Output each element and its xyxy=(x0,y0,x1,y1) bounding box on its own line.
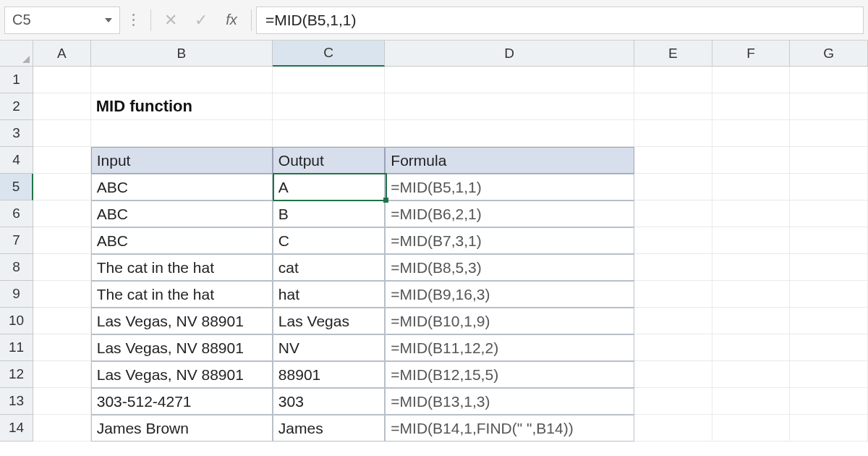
cell[interactable] xyxy=(712,93,791,120)
cell[interactable] xyxy=(634,200,712,227)
table-cell-output[interactable]: B xyxy=(273,200,385,227)
col-head-e[interactable]: E xyxy=(634,41,712,67)
enter-icon[interactable]: ✓ xyxy=(186,7,216,34)
cell[interactable] xyxy=(634,67,712,93)
table-cell-formula[interactable]: =MID(B12,15,5) xyxy=(385,361,634,388)
cell[interactable] xyxy=(33,200,91,227)
cell[interactable] xyxy=(634,415,712,442)
cell[interactable] xyxy=(634,308,712,334)
table-cell-input[interactable]: 303-512-4271 xyxy=(91,388,273,415)
cell[interactable] xyxy=(91,120,273,147)
col-head-c[interactable]: C xyxy=(273,41,385,67)
cell[interactable] xyxy=(712,415,791,442)
table-cell-output[interactable]: NV xyxy=(273,334,385,361)
cell[interactable] xyxy=(790,120,868,147)
cell[interactable] xyxy=(33,174,91,200)
table-header-formula[interactable]: Formula xyxy=(385,147,634,174)
cell[interactable] xyxy=(33,93,91,120)
row-head-4[interactable]: 4 xyxy=(0,147,33,174)
cell[interactable] xyxy=(33,415,91,442)
page-title[interactable]: MID function xyxy=(91,93,273,120)
table-cell-input[interactable]: The cat in the hat xyxy=(91,254,273,281)
cell[interactable] xyxy=(634,174,712,200)
cell[interactable] xyxy=(790,254,868,281)
table-cell-formula[interactable]: =MID(B10,1,9) xyxy=(385,308,634,334)
cell[interactable] xyxy=(790,67,868,93)
cell[interactable] xyxy=(790,308,868,334)
table-cell-output[interactable]: hat xyxy=(273,281,385,308)
cell[interactable] xyxy=(634,147,712,174)
table-cell-output[interactable]: cat xyxy=(273,254,385,281)
table-cell-formula[interactable]: =MID(B9,16,3) xyxy=(385,281,634,308)
cell[interactable] xyxy=(712,174,791,200)
table-cell-output[interactable]: A xyxy=(273,174,385,200)
name-box[interactable]: C5 xyxy=(4,7,120,34)
cell[interactable] xyxy=(712,120,791,147)
cell[interactable] xyxy=(33,388,91,415)
table-cell-output[interactable]: 88901 xyxy=(273,361,385,388)
cell[interactable] xyxy=(712,281,791,308)
row-head-2[interactable]: 2 xyxy=(0,93,33,120)
row-head-5[interactable]: 5 xyxy=(0,174,33,200)
cell[interactable] xyxy=(712,334,791,361)
cell[interactable] xyxy=(712,147,791,174)
row-head-8[interactable]: 8 xyxy=(0,254,33,281)
formula-input[interactable]: =MID(B5,1,1) xyxy=(256,7,864,34)
cell[interactable] xyxy=(634,254,712,281)
cell[interactable] xyxy=(91,67,273,93)
cell[interactable] xyxy=(273,120,385,147)
formula-bar-menu-icon[interactable] xyxy=(126,14,140,26)
cell[interactable] xyxy=(634,227,712,254)
table-cell-input[interactable]: Las Vegas, NV 88901 xyxy=(91,308,273,334)
col-head-f[interactable]: F xyxy=(712,41,791,67)
row-head-12[interactable]: 12 xyxy=(0,361,33,388)
cell[interactable] xyxy=(33,334,91,361)
cell[interactable] xyxy=(712,67,791,93)
cell[interactable] xyxy=(790,281,868,308)
table-cell-input[interactable]: ABC xyxy=(91,227,273,254)
table-cell-output[interactable]: 303 xyxy=(273,388,385,415)
row-head-7[interactable]: 7 xyxy=(0,227,33,254)
table-cell-input[interactable]: Las Vegas, NV 88901 xyxy=(91,361,273,388)
cell[interactable] xyxy=(790,361,868,388)
cell[interactable] xyxy=(790,174,868,200)
cell[interactable] xyxy=(790,334,868,361)
table-cell-formula[interactable]: =MID(B11,12,2) xyxy=(385,334,634,361)
cell[interactable] xyxy=(712,254,791,281)
cell[interactable] xyxy=(385,93,634,120)
cell[interactable] xyxy=(33,147,91,174)
table-cell-formula[interactable]: =MID(B13,1,3) xyxy=(385,388,634,415)
table-cell-formula[interactable]: =MID(B14,1,FIND(" ",B14)) xyxy=(385,415,634,442)
row-head-6[interactable]: 6 xyxy=(0,200,33,227)
row-head-9[interactable]: 9 xyxy=(0,281,33,308)
table-cell-output[interactable]: Las Vegas xyxy=(273,308,385,334)
cell[interactable] xyxy=(634,120,712,147)
cell[interactable] xyxy=(33,361,91,388)
table-cell-formula[interactable]: =MID(B8,5,3) xyxy=(385,254,634,281)
cell[interactable] xyxy=(634,93,712,120)
table-cell-formula[interactable]: =MID(B6,2,1) xyxy=(385,200,634,227)
cell[interactable] xyxy=(790,227,868,254)
cancel-icon[interactable]: ✕ xyxy=(156,7,186,34)
col-head-a[interactable]: A xyxy=(33,41,91,67)
cell[interactable] xyxy=(634,361,712,388)
cell[interactable] xyxy=(790,93,868,120)
cell[interactable] xyxy=(712,308,791,334)
cell[interactable] xyxy=(712,388,791,415)
cell[interactable] xyxy=(790,388,868,415)
row-head-14[interactable]: 14 xyxy=(0,415,33,442)
table-header-input[interactable]: Input xyxy=(91,147,273,174)
cell[interactable] xyxy=(33,281,91,308)
cell[interactable] xyxy=(33,308,91,334)
cells-area[interactable]: MID function Input Output xyxy=(33,67,868,442)
cell[interactable] xyxy=(712,361,791,388)
cell[interactable] xyxy=(634,388,712,415)
cell[interactable] xyxy=(273,67,385,93)
cell[interactable] xyxy=(273,93,385,120)
table-cell-input[interactable]: ABC xyxy=(91,174,273,200)
cell[interactable] xyxy=(790,415,868,442)
cell[interactable] xyxy=(712,200,791,227)
col-head-g[interactable]: G xyxy=(790,41,868,67)
cell[interactable] xyxy=(790,147,868,174)
row-head-10[interactable]: 10 xyxy=(0,308,33,334)
